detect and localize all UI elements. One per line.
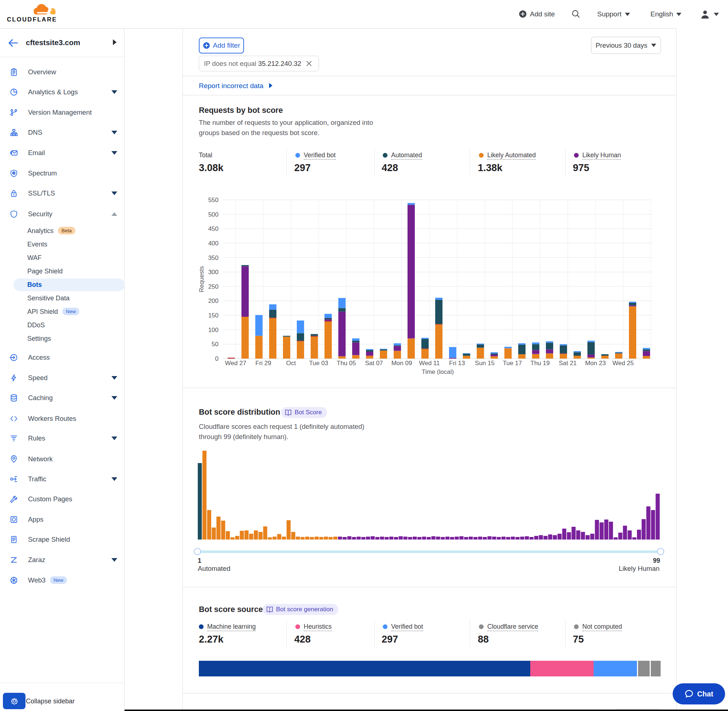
svg-text:Tue 03: Tue 03 (309, 360, 328, 367)
svg-text:Mon 23: Mon 23 (585, 360, 606, 367)
svg-text:300: 300 (208, 268, 219, 276)
svg-text:Sun 15: Sun 15 (475, 360, 495, 367)
svg-text:Sat 07: Sat 07 (365, 360, 383, 367)
svg-text:Wed 25: Wed 25 (613, 360, 633, 367)
svg-text:0: 0 (215, 356, 219, 362)
svg-text:Thu 19: Thu 19 (531, 360, 550, 367)
svg-text:50: 50 (211, 341, 219, 348)
svg-text:250: 250 (208, 283, 219, 290)
svg-text:Wed 27: Wed 27 (225, 360, 246, 367)
svg-text:150: 150 (208, 312, 219, 319)
svg-text:Fri 13: Fri 13 (449, 360, 465, 367)
svg-text:Tue 17: Tue 17 (503, 360, 522, 367)
svg-text:350: 350 (208, 254, 219, 261)
svg-text:Thu 05: Thu 05 (337, 360, 356, 367)
svg-text:Oct: Oct (286, 360, 296, 367)
svg-text:550: 550 (208, 196, 219, 204)
svg-text:450: 450 (208, 225, 219, 232)
svg-text:100: 100 (208, 326, 219, 333)
svg-text:500: 500 (208, 211, 219, 218)
svg-text:Sat 21: Sat 21 (559, 360, 576, 367)
svg-text:Requests: Requests (198, 266, 205, 292)
svg-text:400: 400 (208, 240, 219, 247)
svg-text:Fri 29: Fri 29 (255, 360, 271, 367)
svg-text:Time (local): Time (local) (422, 369, 454, 375)
svg-text:200: 200 (208, 298, 219, 304)
svg-text:Wed 11: Wed 11 (419, 360, 440, 367)
svg-text:Mon 09: Mon 09 (391, 360, 412, 367)
